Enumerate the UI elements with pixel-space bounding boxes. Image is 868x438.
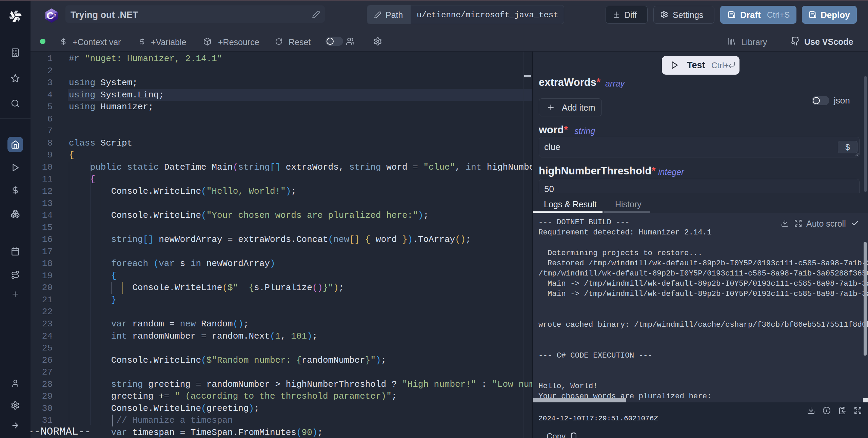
svg-text:#: # xyxy=(53,13,56,18)
svg-text:C: C xyxy=(46,10,54,21)
